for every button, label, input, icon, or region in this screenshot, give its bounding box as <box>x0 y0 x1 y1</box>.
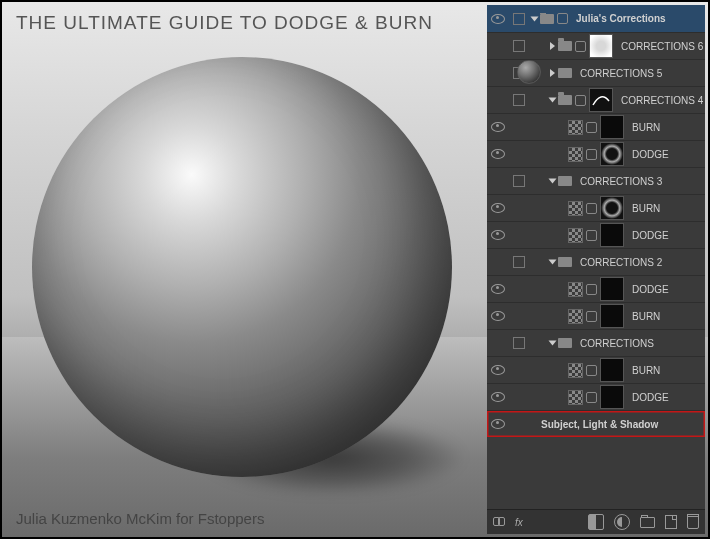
rendered-sphere <box>32 57 452 477</box>
layer-row[interactable]: DODGE <box>487 383 705 410</box>
eye-icon <box>491 419 505 429</box>
layer-contents: DODGE <box>529 277 705 301</box>
layer-row[interactable]: Julia's Corrections <box>487 5 705 32</box>
layer-row[interactable]: CORRECTIONS <box>487 329 705 356</box>
link-icon <box>586 311 597 322</box>
layer-name[interactable]: BURN <box>632 122 660 133</box>
link-gutter[interactable] <box>509 40 529 52</box>
layer-contents: DODGE <box>529 385 705 409</box>
layer-row[interactable]: DODGE <box>487 140 705 167</box>
layer-row[interactable]: DODGE <box>487 275 705 302</box>
layer-name[interactable]: CORRECTIONS 6 <box>621 41 703 52</box>
layer-row[interactable]: BURN <box>487 302 705 329</box>
layer-row[interactable]: CORRECTIONS 6 <box>487 32 705 59</box>
folder-icon <box>558 95 572 105</box>
mask-thumb[interactable] <box>600 304 624 328</box>
new-layer-icon[interactable] <box>665 515 677 529</box>
link-icon <box>557 13 568 24</box>
checkbox-icon <box>513 13 525 25</box>
layer-contents: CORRECTIONS 3 <box>529 176 705 187</box>
folder-icon <box>558 257 572 267</box>
visibility-toggle[interactable] <box>487 419 509 429</box>
link-icon <box>586 365 597 376</box>
layer-name[interactable]: Subject, Light & Shadow <box>541 419 658 430</box>
folder-icon <box>540 14 554 24</box>
layer-name[interactable]: BURN <box>632 203 660 214</box>
layer-name[interactable]: DODGE <box>632 230 669 241</box>
visibility-toggle[interactable] <box>487 149 509 159</box>
layer-name[interactable]: CORRECTIONS <box>580 338 654 349</box>
link-icon <box>586 392 597 403</box>
layer-row[interactable]: CORRECTIONS 4 <box>487 86 705 113</box>
fx-icon[interactable]: fx <box>515 517 523 528</box>
disclosure-triangle-icon[interactable] <box>549 341 557 346</box>
mask-thumb[interactable] <box>589 88 613 112</box>
eye-icon <box>491 230 505 240</box>
layer-row[interactable]: BURN <box>487 113 705 140</box>
visibility-toggle[interactable] <box>487 203 509 213</box>
layer-name[interactable]: DODGE <box>632 284 669 295</box>
mask-thumb[interactable] <box>600 223 624 247</box>
adjustment-layer-icon[interactable] <box>614 514 630 530</box>
layer-row[interactable]: CORRECTIONS 2 <box>487 248 705 275</box>
layer-name[interactable]: DODGE <box>632 149 669 160</box>
layer-row[interactable]: CORRECTIONS 3 <box>487 167 705 194</box>
mask-thumb[interactable] <box>600 196 624 220</box>
checkbox-icon <box>513 94 525 106</box>
add-mask-icon[interactable] <box>588 514 604 530</box>
mask-thumb[interactable] <box>600 142 624 166</box>
disclosure-triangle-icon[interactable] <box>549 260 557 265</box>
link-gutter[interactable] <box>509 337 529 349</box>
mask-thumb[interactable] <box>600 277 624 301</box>
disclosure-triangle-icon[interactable] <box>550 69 555 77</box>
layer-row[interactable]: DODGE <box>487 221 705 248</box>
visibility-toggle[interactable] <box>487 14 509 24</box>
adjustment-icon <box>568 201 583 216</box>
layer-name[interactable]: BURN <box>632 365 660 376</box>
layer-name[interactable]: DODGE <box>632 392 669 403</box>
mask-thumb[interactable] <box>589 34 613 58</box>
checkbox-icon <box>513 337 525 349</box>
visibility-toggle[interactable] <box>487 284 509 294</box>
layer-name[interactable]: Julia's Corrections <box>576 13 666 24</box>
layer-contents: Julia's Corrections <box>529 13 705 24</box>
visibility-toggle[interactable] <box>487 230 509 240</box>
eye-icon <box>491 284 505 294</box>
adjustment-icon <box>568 390 583 405</box>
layer-name[interactable]: BURN <box>632 311 660 322</box>
layers-panel[interactable]: Julia's CorrectionsCORRECTIONS 6CORRECTI… <box>487 5 705 534</box>
layer-contents: CORRECTIONS 5 <box>529 68 705 79</box>
visibility-toggle[interactable] <box>487 365 509 375</box>
layer-name[interactable]: CORRECTIONS 5 <box>580 68 662 79</box>
disclosure-triangle-icon[interactable] <box>550 42 555 50</box>
folder-icon <box>558 338 572 348</box>
link-gutter[interactable] <box>509 13 529 25</box>
new-group-icon[interactable] <box>640 517 655 528</box>
link-gutter[interactable] <box>509 94 529 106</box>
layer-name[interactable]: CORRECTIONS 4 <box>621 95 703 106</box>
visibility-toggle[interactable] <box>487 122 509 132</box>
delete-layer-icon[interactable] <box>687 516 699 529</box>
link-gutter[interactable] <box>509 175 529 187</box>
adjustment-icon <box>568 309 583 324</box>
layer-row[interactable]: BURN <box>487 356 705 383</box>
disclosure-triangle-icon[interactable] <box>549 179 557 184</box>
visibility-toggle[interactable] <box>487 311 509 321</box>
link-icon <box>586 203 597 214</box>
visibility-toggle[interactable] <box>487 392 509 402</box>
disclosure-triangle-icon[interactable] <box>549 98 557 103</box>
layer-row[interactable]: Subject, Light & Shadow <box>487 410 705 437</box>
link-gutter[interactable] <box>509 256 529 268</box>
mask-thumb[interactable] <box>600 385 624 409</box>
mask-thumb[interactable] <box>600 358 624 382</box>
disclosure-triangle-icon[interactable] <box>531 16 539 21</box>
link-layers-icon[interactable] <box>493 517 505 527</box>
layer-name[interactable]: CORRECTIONS 3 <box>580 176 662 187</box>
mask-thumb[interactable] <box>600 115 624 139</box>
eye-icon <box>491 149 505 159</box>
layers-list[interactable]: Julia's CorrectionsCORRECTIONS 6CORRECTI… <box>487 5 705 509</box>
link-icon <box>586 230 597 241</box>
layer-contents: BURN <box>529 358 705 382</box>
layer-name[interactable]: CORRECTIONS 2 <box>580 257 662 268</box>
layer-row[interactable]: BURN <box>487 194 705 221</box>
